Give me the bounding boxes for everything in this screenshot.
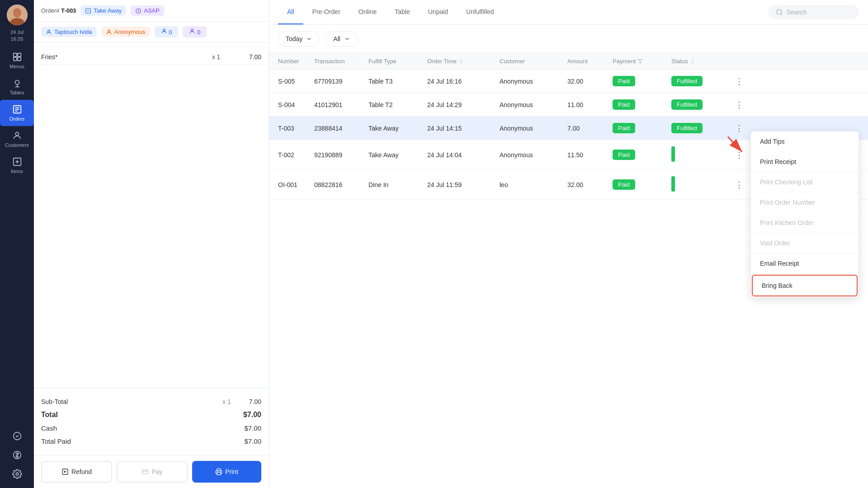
- search-box[interactable]: Search: [769, 5, 859, 19]
- cell-number: OI-001: [278, 181, 314, 188]
- user-badge: Taptouch Ivida: [41, 27, 97, 37]
- row-menu-button[interactable]: ⋮: [730, 76, 748, 86]
- sidebar-item-label: Menus: [9, 64, 24, 69]
- svg-rect-26: [142, 470, 148, 474]
- search-placeholder: Search: [787, 9, 807, 16]
- cell-status: [671, 146, 730, 163]
- cell-payment: Paid: [613, 99, 671, 110]
- cell-amount: 32.00: [567, 78, 613, 85]
- cell-transaction: 23888414: [314, 125, 368, 132]
- cell-amount: 7.00: [567, 125, 613, 132]
- col-amount: Amount: [567, 58, 613, 65]
- order-item-fries: Fries* x 1 7.00: [41, 50, 261, 65]
- print-icon: [215, 468, 222, 475]
- table-row[interactable]: S-004 41012901 Table T2 24 Jul 14:29 Ano…: [269, 93, 868, 117]
- cell-order-time: 24 Jul 14:15: [427, 125, 500, 132]
- cell-payment: Paid: [613, 179, 671, 190]
- svg-point-24: [191, 29, 193, 31]
- cell-transaction: 41012901: [314, 101, 368, 108]
- cell-status: Fulfilled: [671, 76, 730, 86]
- sidebar-item-settings[interactable]: [0, 465, 34, 483]
- cell-customer: Anonymous: [500, 78, 567, 85]
- right-panel: All Pre-Order Online Table Unpaid Unfulf…: [269, 0, 868, 488]
- order-totals: Sub-Total x 1 7.00 Total $7.00 Cash $7.0…: [34, 388, 269, 455]
- context-menu-item-email-receipt[interactable]: Email Receipt: [751, 253, 859, 274]
- total-row: Total $7.00: [41, 408, 261, 422]
- cell-status: [671, 176, 730, 193]
- tab-unpaid[interactable]: Unpaid: [419, 0, 457, 24]
- cell-number: S-004: [278, 101, 314, 108]
- col-status[interactable]: Status: [671, 58, 730, 65]
- sidebar-item-label: Items: [11, 169, 23, 174]
- pay-button[interactable]: Pay: [117, 461, 188, 483]
- filter-row: Today All: [269, 25, 868, 53]
- customer-badge: Anonymous: [101, 27, 150, 37]
- sidebar-item-tasks[interactable]: [0, 427, 34, 446]
- cell-transaction: 92190889: [314, 151, 368, 159]
- tab-table[interactable]: Table: [386, 0, 419, 24]
- sidebar-item-money[interactable]: [0, 446, 34, 465]
- row-menu-button[interactable]: ⋮: [730, 100, 748, 110]
- svg-point-14: [15, 132, 19, 135]
- context-menu-item-bring-back[interactable]: Bring Back: [752, 275, 858, 296]
- sidebar-item-items[interactable]: Items: [0, 152, 34, 178]
- context-menu-item-print-kitchen-order: Print Kitchen Order: [751, 213, 859, 233]
- cell-customer: Anonymous: [500, 101, 567, 108]
- sidebar-date: 24 Jul 16:26: [10, 29, 24, 43]
- date-filter[interactable]: Today: [278, 31, 320, 47]
- table-header: Number Transaction Fulfill Type Order Ti…: [269, 53, 868, 70]
- svg-rect-4: [17, 53, 20, 56]
- cell-fulfill-type: Dine In: [368, 181, 427, 188]
- row-menu-button[interactable]: ⋮: [730, 150, 748, 160]
- col-transaction: Transaction: [314, 58, 368, 65]
- avatar: [7, 5, 28, 25]
- context-menu-item-print-receipt[interactable]: Print Receipt: [751, 152, 859, 172]
- context-menu-item-print-order-number: Print Order Number: [751, 192, 859, 213]
- count-badge-1: 0: [155, 26, 179, 38]
- col-fulfill-type: Fulfill Type: [368, 58, 427, 65]
- svg-point-28: [777, 9, 782, 14]
- sidebar-item-orders[interactable]: Orders: [0, 100, 34, 126]
- total-paid-row: Total Paid $7.00: [41, 435, 261, 448]
- col-order-time[interactable]: Order Time: [427, 58, 500, 65]
- chevron-down-icon: [344, 36, 350, 42]
- cell-customer: leo: [500, 181, 567, 188]
- col-number: Number: [278, 58, 314, 65]
- svg-rect-5: [13, 57, 16, 61]
- items-icon: [12, 157, 22, 167]
- order-panel: Order# T-003 Take Away ASAP Taptouch Ivi…: [34, 0, 269, 488]
- sidebar-item-tables[interactable]: Tables: [0, 74, 34, 100]
- sidebar-item-menus[interactable]: Menus: [0, 47, 34, 74]
- svg-marker-29: [638, 59, 642, 63]
- tab-preorder[interactable]: Pre-Order: [303, 0, 349, 24]
- tab-online[interactable]: Online: [349, 0, 386, 24]
- refund-button[interactable]: Refund: [41, 461, 112, 483]
- context-menu-item-add-tips[interactable]: Add Tips: [751, 131, 859, 152]
- chevron-down-icon: [306, 36, 312, 42]
- tasks-icon: [12, 431, 22, 441]
- cell-number: T-003: [278, 125, 314, 132]
- print-button[interactable]: Print: [192, 461, 261, 483]
- cell-customer: Anonymous: [500, 151, 567, 159]
- sidebar-item-customers[interactable]: Customers: [0, 126, 34, 152]
- cell-amount: 11.50: [567, 151, 613, 159]
- table-row[interactable]: S-005 67709139 Table T3 24 Jul 16:16 Ano…: [269, 70, 868, 93]
- money-icon: [12, 450, 22, 460]
- col-payment[interactable]: Payment: [613, 58, 671, 65]
- context-menu: Add TipsPrint ReceiptPrint Checking List…: [750, 131, 859, 298]
- cell-payment: Paid: [613, 123, 671, 133]
- cell-fulfill-type: Table T2: [368, 101, 427, 108]
- type-filter[interactable]: All: [326, 31, 358, 47]
- order-items-list: Fries* x 1 7.00: [34, 42, 269, 388]
- row-menu-button[interactable]: ⋮: [730, 180, 748, 190]
- cell-order-time: 24 Jul 11:59: [427, 181, 500, 188]
- tab-all[interactable]: All: [278, 0, 303, 24]
- sidebar-item-label: Tables: [10, 90, 24, 95]
- search-icon: [776, 9, 783, 16]
- cell-fulfill-type: Table T3: [368, 78, 427, 85]
- row-menu-button[interactable]: ⋮: [730, 123, 748, 133]
- cell-status: Fulfilled: [671, 99, 730, 110]
- cell-payment: Paid: [613, 76, 671, 86]
- tab-unfulfilled[interactable]: Unfulfilled: [457, 0, 503, 24]
- cell-amount: 11.00: [567, 101, 613, 108]
